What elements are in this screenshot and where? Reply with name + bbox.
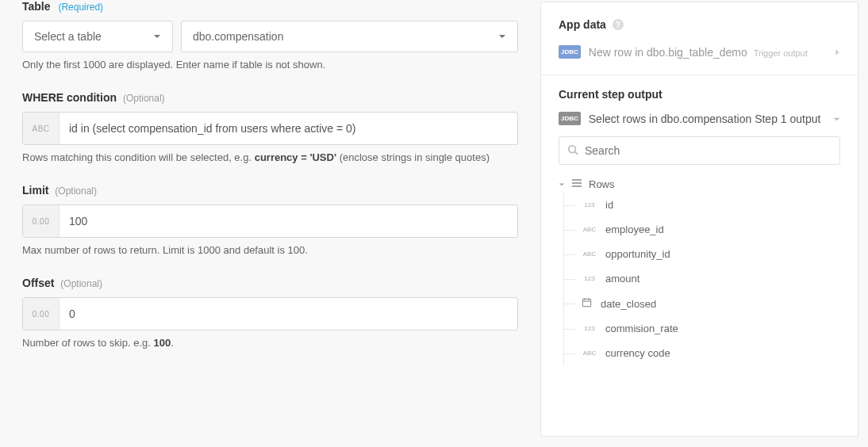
- trigger-subtext: Trigger output: [754, 48, 808, 58]
- where-field: WHERE condition (Optional) ABC Rows matc…: [22, 91, 518, 163]
- search-icon: [567, 144, 578, 158]
- offset-input-group[interactable]: 0.00: [22, 297, 518, 330]
- where-input-group[interactable]: ABC: [22, 112, 518, 145]
- text-type-icon: ABC: [582, 226, 597, 233]
- offset-label-text: Offset: [22, 277, 54, 289]
- chevron-right-icon: [835, 46, 840, 59]
- field-name: employee_id: [605, 224, 664, 235]
- field-name: currency code: [605, 347, 670, 359]
- current-step-heading: Current step output: [559, 88, 840, 101]
- tree-item[interactable]: 123commision_rate: [564, 316, 840, 341]
- app-data-heading: App data ?: [559, 18, 840, 31]
- trigger-text: New row in dbo.big_table_demo: [589, 46, 747, 59]
- output-tree: Rows 123idABCemployee_idABCopportunity_i…: [559, 176, 840, 365]
- table-label-text: Table: [22, 0, 51, 13]
- text-type-icon: ABC: [582, 350, 597, 357]
- svg-rect-5: [582, 299, 590, 306]
- chevron-down-icon: [498, 30, 506, 43]
- limit-label-text: Limit: [22, 184, 48, 197]
- number-type-icon: 123: [582, 325, 597, 332]
- rows-root[interactable]: Rows: [559, 176, 840, 193]
- table-help: Only the first 1000 are displayed. Enter…: [22, 59, 518, 71]
- field-name: commision_rate: [605, 323, 678, 334]
- type-prefix-number: 0.00: [23, 205, 60, 237]
- jdbc-icon: JDBC: [559, 45, 581, 59]
- required-tag: (Required): [58, 2, 103, 13]
- chevron-down-icon[interactable]: [833, 113, 840, 125]
- type-prefix-text: ABC: [23, 113, 60, 144]
- where-help: Rows matching this condition will be sel…: [22, 151, 518, 163]
- field-name: amount: [605, 273, 639, 285]
- optional-tag: (Optional): [123, 93, 165, 104]
- table-field: Table (Required) Select a table dbo.comp…: [22, 0, 518, 71]
- limit-input-group[interactable]: 0.00: [22, 204, 518, 238]
- svg-point-0: [569, 145, 576, 152]
- tree-item[interactable]: 123id: [564, 193, 840, 217]
- tree-item[interactable]: date_closed: [564, 291, 840, 316]
- trigger-row[interactable]: JDBC New row in dbo.big_table_demo Trigg…: [559, 42, 840, 62]
- chevron-down-icon: [153, 30, 161, 43]
- field-name: opportunity_id: [605, 248, 670, 260]
- tree-item[interactable]: ABCcurrency code: [564, 341, 840, 365]
- limit-label: Limit (Optional): [22, 184, 518, 197]
- offset-help: Number of rows to skip. e.g. 100.: [22, 337, 518, 349]
- field-name: id: [605, 199, 613, 211]
- data-panel: App data ? JDBC New row in dbo.big_table…: [540, 2, 858, 437]
- table-select-template-text: Select a table: [34, 30, 102, 43]
- where-input[interactable]: [60, 113, 517, 144]
- number-type-icon: 123: [582, 275, 597, 282]
- text-type-icon: ABC: [582, 250, 597, 258]
- optional-tag: (Optional): [55, 185, 97, 197]
- limit-input[interactable]: [60, 205, 517, 237]
- table-label: Table (Required): [22, 0, 518, 13]
- offset-field: Offset (Optional) 0.00 Number of rows to…: [22, 277, 518, 349]
- type-prefix-number: 0.00: [23, 298, 60, 330]
- divider: [541, 74, 858, 75]
- field-name: date_closed: [601, 298, 656, 310]
- optional-tag: (Optional): [60, 278, 102, 289]
- where-label: WHERE condition (Optional): [22, 91, 518, 104]
- search-box[interactable]: [559, 136, 840, 165]
- calendar-icon: [582, 297, 593, 310]
- step-subtext: Step 1 output: [755, 113, 820, 125]
- where-label-text: WHERE condition: [22, 91, 117, 104]
- help-icon[interactable]: ?: [613, 19, 624, 30]
- step-row[interactable]: JDBC Select rows in dbo.compensation Ste…: [559, 112, 840, 125]
- tree-item[interactable]: ABCemployee_id: [564, 217, 840, 242]
- list-icon: [571, 178, 582, 190]
- number-type-icon: 123: [582, 201, 597, 208]
- offset-label: Offset (Optional): [22, 277, 518, 289]
- collapse-icon[interactable]: [559, 178, 565, 190]
- table-select-value[interactable]: dbo.compensation: [181, 21, 518, 52]
- table-select-value-text: dbo.compensation: [193, 30, 283, 43]
- svg-line-1: [575, 151, 578, 155]
- step-text: Select rows in dbo.compensation: [589, 113, 751, 125]
- offset-input[interactable]: [60, 298, 517, 330]
- table-select-template[interactable]: Select a table: [22, 21, 173, 52]
- jdbc-icon: JDBC: [559, 112, 581, 125]
- limit-help: Max number of rows to return. Limit is 1…: [22, 244, 518, 256]
- rows-label: Rows: [589, 178, 615, 190]
- limit-field: Limit (Optional) 0.00 Max number of rows…: [22, 184, 518, 256]
- tree-item[interactable]: 123amount: [564, 266, 840, 291]
- search-input[interactable]: [585, 144, 832, 157]
- tree-item[interactable]: ABCopportunity_id: [564, 242, 840, 266]
